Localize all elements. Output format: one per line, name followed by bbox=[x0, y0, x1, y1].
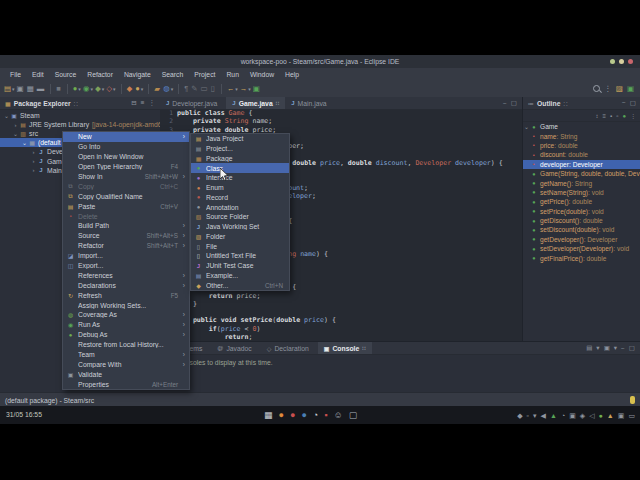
editor-tab[interactable]: J Main.java bbox=[285, 97, 335, 109]
menubar-item[interactable]: Run bbox=[221, 71, 243, 78]
menubar-item[interactable]: File bbox=[5, 71, 26, 78]
outline-item[interactable]: ▪ name : String bbox=[523, 131, 640, 140]
outline-item[interactable]: ● setDiscount(double) : void bbox=[523, 225, 640, 234]
outline-tab[interactable]: ≔ Outline ∷ −▢ bbox=[523, 97, 640, 110]
submenu-item[interactable]: ● Record bbox=[191, 193, 289, 203]
java-element-icon[interactable]: ▣ bbox=[253, 83, 261, 95]
hide-static-icon[interactable]: ▪ bbox=[610, 113, 612, 119]
separator[interactable] bbox=[67, 84, 68, 94]
java-perspective-icon[interactable]: ▣ bbox=[627, 83, 634, 95]
context-menu-item[interactable]: ▣ Validate bbox=[63, 369, 189, 379]
context-menu-item[interactable]: ◫ Export... bbox=[63, 261, 189, 271]
context-menu-item[interactable]: Declarations › bbox=[63, 280, 189, 290]
submenu-item[interactable]: ● Enum bbox=[191, 183, 289, 193]
keyboard-icon[interactable]: ▫ bbox=[527, 410, 529, 421]
window-dot-2[interactable] bbox=[619, 59, 624, 64]
annotation-nav-icon[interactable]: ✎ bbox=[191, 83, 198, 95]
minimize-view-icon[interactable]: − bbox=[503, 100, 507, 107]
context-menu-item[interactable]: Team › bbox=[63, 350, 189, 360]
debug-icon[interactable]: ●▾ bbox=[73, 83, 81, 95]
network-icon[interactable]: ▲ bbox=[550, 410, 557, 421]
show-applications-icon[interactable]: ▦ bbox=[264, 409, 273, 422]
overflow-icon[interactable]: ⋮ bbox=[604, 83, 612, 95]
submenu-item[interactable]: ◆ Other... Ctrl+N bbox=[191, 280, 289, 290]
submenu-item[interactable]: ● Interface bbox=[191, 173, 289, 183]
expander-icon[interactable]: ⌄ bbox=[21, 139, 28, 146]
context-menu-item[interactable]: References › bbox=[63, 270, 189, 280]
coverage-icon[interactable]: ◆▾ bbox=[95, 83, 104, 95]
outline-item[interactable]: ● setPrice(double) : void bbox=[523, 207, 640, 216]
separator[interactable] bbox=[121, 84, 122, 94]
view-menu-icon[interactable]: ⋮ bbox=[630, 112, 636, 119]
build-icon[interactable]: ■ bbox=[56, 83, 62, 95]
firefox-icon[interactable]: ● bbox=[279, 409, 284, 422]
outline-item[interactable]: ● getDiscount() : double bbox=[523, 216, 640, 225]
menubar-item[interactable]: Project bbox=[189, 71, 220, 78]
screen-lock-icon[interactable]: ▢ bbox=[349, 409, 358, 422]
tree-item[interactable]: › ▤ JRE System Library [java-14-openjdk-… bbox=[0, 120, 160, 129]
context-menu-item[interactable]: Refactor Shift+Alt+T › bbox=[63, 241, 189, 251]
separator[interactable] bbox=[221, 84, 222, 94]
print-icon[interactable]: ▬ bbox=[37, 83, 46, 95]
context-menu-item[interactable]: Show In Shift+Alt+W › bbox=[63, 172, 189, 182]
context-menu-item[interactable]: Build Path › bbox=[63, 221, 189, 231]
submenu-item[interactable]: J JUnit Test Case bbox=[191, 261, 289, 271]
expander-icon[interactable]: › bbox=[30, 158, 37, 164]
open-jar-icon[interactable]: ▰ bbox=[154, 83, 161, 95]
shield-icon[interactable]: ◈ bbox=[580, 410, 585, 421]
context-menu-item[interactable]: Compare With › bbox=[63, 359, 189, 369]
minimize-view-icon[interactable]: − bbox=[621, 345, 625, 352]
pin-console-icon[interactable]: ▣ bbox=[604, 344, 610, 352]
hide-fields-icon[interactable]: ≡ bbox=[603, 113, 607, 119]
maximize-view-icon[interactable]: ▢ bbox=[511, 99, 517, 107]
context-menu-item[interactable]: New › bbox=[63, 132, 189, 142]
run-icon[interactable]: ◉▾ bbox=[83, 83, 93, 95]
dropdown-icon[interactable]: ▾ bbox=[533, 410, 537, 421]
window-dot-1[interactable] bbox=[610, 59, 615, 64]
java-ee-perspective-icon[interactable]: ▨ bbox=[616, 83, 623, 95]
context-menu-item[interactable]: Open Type Hierarchy F4 bbox=[63, 162, 189, 172]
context-menu-item[interactable]: ⧉ Copy Ctrl+C bbox=[63, 181, 189, 191]
window-dot-3[interactable] bbox=[628, 59, 633, 64]
menubar-item[interactable]: Source bbox=[50, 71, 82, 78]
last-edit-icon[interactable]: ←▾ bbox=[227, 83, 238, 95]
next-annotation-icon[interactable]: ▭ bbox=[201, 83, 209, 95]
volume-icon[interactable]: ◁ bbox=[589, 410, 594, 421]
minimize-view-icon[interactable]: ⋮ bbox=[149, 99, 156, 107]
submenu-item[interactable]: ▤ Example... bbox=[191, 271, 289, 281]
outline-item[interactable]: ● getName() : String bbox=[523, 178, 640, 187]
submenu-item[interactable]: ▦ Package bbox=[191, 154, 289, 164]
context-menu-item[interactable]: Properties Alt+Enter bbox=[63, 379, 189, 389]
save-icon[interactable]: ▣ bbox=[17, 83, 25, 95]
mark-occurrences-icon[interactable]: ¶ bbox=[184, 83, 189, 95]
external-tools-icon[interactable]: ◇▾ bbox=[106, 83, 115, 95]
editor-tab[interactable]: J Developer.java bbox=[160, 97, 226, 109]
separator[interactable] bbox=[148, 84, 149, 94]
editor-tab[interactable]: J Game.java ∷ bbox=[226, 97, 285, 109]
expander-icon[interactable]: › bbox=[30, 167, 37, 173]
input-method-icon[interactable]: ◆ bbox=[517, 410, 522, 421]
context-menu-item[interactable]: ◍ Coverage As › bbox=[63, 310, 189, 320]
save-all-icon[interactable]: ▦ bbox=[27, 83, 35, 95]
bell-icon[interactable]: ▲ bbox=[607, 410, 614, 421]
submenu-item[interactable]: ▯ File bbox=[191, 241, 289, 251]
browser-icon[interactable]: ● bbox=[290, 409, 295, 422]
submenu-item[interactable]: ▧ Source Folder bbox=[191, 212, 289, 222]
submenu-item[interactable]: ▯ Untitled Text File bbox=[191, 251, 289, 261]
separator[interactable] bbox=[178, 84, 179, 94]
leaf-icon[interactable]: ● bbox=[599, 410, 603, 421]
maximize-view-icon[interactable]: ▢ bbox=[630, 99, 636, 107]
outline-item[interactable]: ⌄ ● Game bbox=[523, 122, 640, 131]
titlebar[interactable]: workspace-poo - Steam/src/Game.java - Ec… bbox=[0, 55, 640, 68]
maximize-view-icon[interactable]: ▢ bbox=[629, 344, 635, 352]
dropdown-icon[interactable]: ▾ bbox=[596, 344, 599, 352]
prev-annotation-icon[interactable]: ▯ bbox=[211, 83, 216, 95]
expander-icon[interactable]: ⌄ bbox=[3, 112, 10, 119]
text-editor-icon[interactable]: ▪ bbox=[324, 409, 327, 422]
hide-nonpublic-icon[interactable]: ▫ bbox=[616, 113, 618, 119]
tree-item[interactable]: ⌄ ▣ Steam bbox=[0, 111, 160, 120]
submenu-item[interactable]: ● Class bbox=[191, 163, 289, 173]
menubar-item[interactable]: Window bbox=[245, 71, 279, 78]
context-menu-item[interactable]: Go Into bbox=[63, 142, 189, 152]
outline-item[interactable]: ● getDeveloper() : Developer bbox=[523, 235, 640, 244]
